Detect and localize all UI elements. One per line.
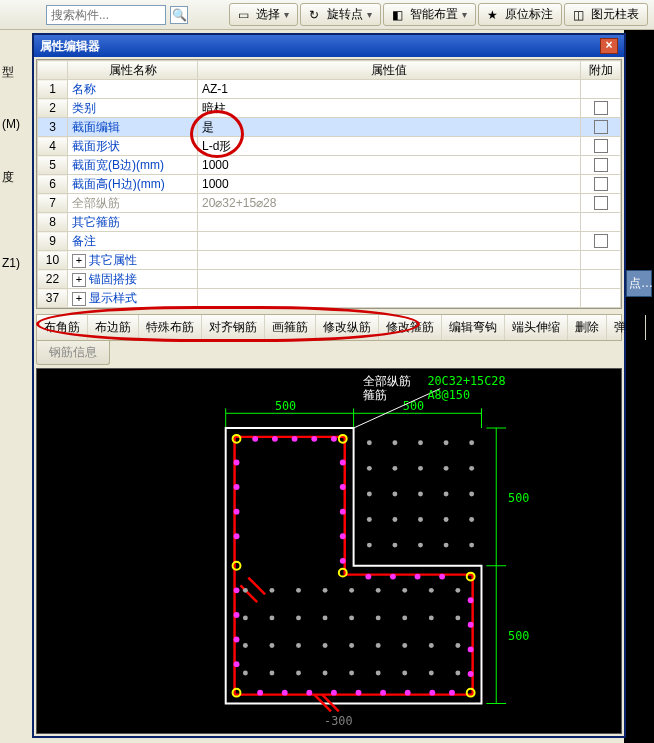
checkbox[interactable] (594, 234, 608, 248)
prop-name: 备注 (68, 232, 198, 251)
expand-icon[interactable]: + (72, 254, 86, 268)
svg-point-78 (469, 466, 474, 471)
search-icon[interactable]: 🔍 (170, 6, 188, 24)
svg-point-97 (323, 671, 328, 676)
property-row[interactable]: 22+锚固搭接 (38, 270, 621, 289)
prop-value[interactable] (198, 213, 581, 232)
checkbox[interactable] (594, 158, 608, 172)
edit-btn-8[interactable]: 端头伸缩 (505, 315, 568, 340)
col-head-name[interactable]: 属性名称 (68, 61, 198, 80)
prop-name: +锚固搭接 (68, 270, 198, 289)
col-head-blank (38, 61, 68, 80)
smart-button[interactable]: ◧智能布置▾ (383, 3, 476, 26)
prop-add[interactable] (581, 99, 621, 118)
svg-point-101 (349, 671, 354, 676)
prop-add[interactable] (581, 270, 621, 289)
edit-btn-5[interactable]: 修改纵筋 (316, 315, 379, 340)
svg-point-88 (269, 643, 274, 648)
edit-btn-4[interactable]: 画箍筋 (265, 315, 316, 340)
edit-btn-6[interactable]: 修改箍筋 (379, 315, 442, 340)
svg-point-85 (243, 671, 248, 676)
property-row[interactable]: 1名称AZ-1 (38, 80, 621, 99)
property-row[interactable]: 37+显示样式 (38, 289, 621, 308)
prop-add[interactable] (581, 80, 621, 99)
checkbox[interactable] (594, 101, 608, 115)
svg-point-84 (243, 643, 248, 648)
svg-point-76 (444, 543, 449, 548)
prop-value[interactable]: 暗柱 (198, 99, 581, 118)
select-button[interactable]: ▭选择▾ (229, 3, 298, 26)
checkbox[interactable] (594, 139, 608, 153)
prop-add[interactable] (581, 251, 621, 270)
prop-value[interactable] (198, 232, 581, 251)
edit-btn-3[interactable]: 对齐钢筋 (202, 315, 265, 340)
edit-btn-7[interactable]: 编辑弯钩 (442, 315, 505, 340)
svg-point-50 (306, 690, 312, 696)
prop-add[interactable] (581, 118, 621, 137)
edit-btn-0[interactable]: 布角筋 (37, 315, 88, 340)
close-icon[interactable]: × (600, 38, 618, 54)
property-row[interactable]: 7全部纵筋20⌀32+15⌀28 (38, 194, 621, 213)
prop-add[interactable] (581, 194, 621, 213)
property-row[interactable]: 6截面高(H边)(mm)1000 (38, 175, 621, 194)
svg-point-98 (349, 588, 354, 593)
prop-value[interactable]: 20⌀32+15⌀28 (198, 194, 581, 213)
expand-icon[interactable]: + (72, 273, 86, 287)
prop-value[interactable]: L-d形 (198, 137, 581, 156)
property-row[interactable]: 8其它箍筋 (38, 213, 621, 232)
svg-point-79 (469, 491, 474, 496)
edit-btn-9[interactable]: 删除 (568, 315, 607, 340)
col-head-value[interactable]: 属性值 (198, 61, 581, 80)
rotate-button[interactable]: ↻旋转点▾ (300, 3, 381, 26)
svg-point-94 (323, 588, 328, 593)
svg-point-102 (376, 588, 381, 593)
col-table-button[interactable]: ◫图元柱表 (564, 3, 648, 26)
edit-btn-2[interactable]: 特殊布筋 (139, 315, 202, 340)
svg-point-71 (418, 543, 423, 548)
prop-add[interactable] (581, 156, 621, 175)
right-dark-strip: 点… (624, 30, 654, 743)
row-number: 8 (38, 213, 68, 232)
prop-value[interactable]: 1000 (198, 175, 581, 194)
prop-add[interactable] (581, 175, 621, 194)
property-row[interactable]: 10+其它属性 (38, 251, 621, 270)
checkbox[interactable] (594, 120, 608, 134)
point-button[interactable]: 点… (626, 270, 652, 297)
prop-value[interactable] (198, 251, 581, 270)
svg-point-103 (376, 615, 381, 620)
prop-add[interactable] (581, 232, 621, 251)
property-row[interactable]: 9备注 (38, 232, 621, 251)
search-input[interactable] (46, 5, 166, 25)
expand-icon[interactable]: + (72, 292, 86, 306)
section-canvas[interactable]: 500 500 500 500 -300 全部纵筋 20C32+15C28 箍筋… (36, 368, 622, 734)
property-row[interactable]: 3截面编辑是 (38, 118, 621, 137)
checkbox[interactable] (594, 177, 608, 191)
svg-point-43 (468, 671, 474, 677)
prop-add[interactable] (581, 213, 621, 232)
svg-point-81 (469, 543, 474, 548)
property-row[interactable]: 5截面宽(B边)(mm)1000 (38, 156, 621, 175)
svg-point-33 (340, 509, 346, 515)
prop-value[interactable]: AZ-1 (198, 80, 581, 99)
edit-btn-1[interactable]: 布边筋 (88, 315, 139, 340)
svg-point-93 (296, 671, 301, 676)
svg-point-115 (455, 615, 460, 620)
prop-value[interactable] (198, 270, 581, 289)
all-long-label: 全部纵筋 (363, 374, 411, 388)
prop-add[interactable] (581, 137, 621, 156)
svg-point-26 (331, 436, 337, 442)
prop-add[interactable] (581, 289, 621, 308)
property-row[interactable]: 4截面形状L-d形 (38, 137, 621, 156)
property-row[interactable]: 2类别暗柱 (38, 99, 621, 118)
prop-value[interactable] (198, 289, 581, 308)
prop-value[interactable]: 1000 (198, 156, 581, 175)
loc-label-button[interactable]: ★原位标注 (478, 3, 562, 26)
prop-name: 其它箍筋 (68, 213, 198, 232)
checkbox[interactable] (594, 196, 608, 210)
col-head-add[interactable]: 附加 (581, 61, 621, 80)
edit-btn-10[interactable]: 弹出 (607, 315, 646, 340)
svg-point-70 (418, 517, 423, 522)
prop-value[interactable]: 是 (198, 118, 581, 137)
svg-point-69 (418, 491, 423, 496)
rebar-info-tab[interactable]: 钢筋信息 (36, 341, 110, 365)
